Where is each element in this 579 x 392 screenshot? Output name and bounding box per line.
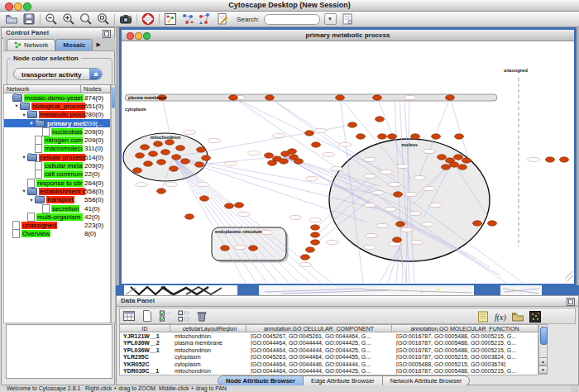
table-scroll-down-button[interactable]: ▼: [538, 366, 548, 374]
table-cell[interactable]: [GO:0044464, GO:0044444, GO:0044425, G..…: [247, 347, 393, 353]
table-row[interactable]: YPL036W__1mitochondrion[GO:0044464, GO:0…: [120, 347, 538, 354]
graph-node[interactable]: [136, 153, 145, 158]
graph-node[interactable]: [141, 145, 150, 150]
column-header[interactable]: _cellularLayoutRegion: [170, 324, 246, 332]
graph-node[interactable]: [249, 246, 258, 251]
graph-node[interactable]: [221, 246, 230, 251]
tree-row-establishment-of-lo[interactable]: ▼establishment of lo558(0): [4, 187, 110, 195]
table-row[interactable]: YLR295Ccytoplasm[GO:0045263, GO:0044464,…: [120, 354, 538, 361]
birds-eye-view[interactable]: [6, 324, 112, 379]
graph-node[interactable]: [376, 117, 385, 122]
table-cell[interactable]: [GO:0016787, GO:0005215, GO:0003824, G..…: [393, 354, 538, 360]
graph-node[interactable]: [165, 140, 175, 145]
table-icon[interactable]: [122, 309, 136, 323]
graph-node[interactable]: [356, 134, 366, 139]
network-window-titlebar[interactable]: primary metabolic process: [122, 30, 574, 41]
graph-node[interactable]: [394, 192, 403, 197]
tree-row-unassigned[interactable]: unassigned223(0): [4, 221, 110, 229]
graph-node[interactable]: [446, 95, 455, 100]
tree-scrollbar-thumb[interactable]: [112, 87, 115, 108]
table-cell[interactable]: mitochondrion: [171, 347, 247, 353]
table-cell[interactable]: YKR052C: [120, 361, 171, 367]
graph-node[interactable]: [306, 247, 315, 252]
select-attributes-icon[interactable]: [159, 309, 172, 323]
graph-node[interactable]: [202, 155, 211, 160]
table-scroll-up-button[interactable]: ▲: [538, 357, 548, 366]
graph-node[interactable]: [225, 203, 234, 208]
graph-node[interactable]: [133, 168, 142, 173]
layout-one-icon[interactable]: [181, 12, 194, 26]
tree-row-multi-organism-pro[interactable]: multi-organism pro42(0): [4, 213, 110, 221]
graph-node[interactable]: [473, 221, 482, 226]
graph-node[interactable]: [149, 151, 158, 156]
table-cell[interactable]: cytoplasm: [171, 354, 247, 360]
graph-node[interactable]: [373, 95, 382, 100]
expander-icon[interactable]: ▼: [28, 198, 35, 203]
network-canvas[interactable]: plasma membranecytoplasmmitochondrionnuc…: [122, 41, 574, 284]
table-row[interactable]: YJR121W__1mitochondrion[GO:0045267, GO:0…: [120, 332, 538, 340]
search-input[interactable]: [264, 14, 320, 25]
table-cell[interactable]: [GO:0016787, GO:0005488, GO:0005215, G..…: [393, 368, 538, 374]
graph-node[interactable]: [200, 196, 209, 201]
notes-icon[interactable]: [476, 310, 490, 323]
import-attributes-icon[interactable]: [511, 310, 524, 323]
float-panel-icon[interactable]: [103, 30, 111, 38]
graph-node[interactable]: [294, 159, 304, 164]
graph-node[interactable]: [157, 160, 166, 165]
graph-node[interactable]: [393, 237, 402, 242]
column-header[interactable]: annotation.GO MOLECULAR_FUNCTION: [392, 324, 538, 332]
graph-node[interactable]: [396, 222, 405, 227]
table-cell[interactable]: [GO:0044464, GO:0044446, GO:0044444, G..…: [247, 361, 393, 367]
table-cell[interactable]: YPL036W__1: [120, 347, 171, 353]
graph-node[interactable]: [144, 161, 153, 166]
graph-node[interactable]: [195, 162, 204, 167]
zoom-selected-icon[interactable]: [97, 12, 110, 26]
table-row[interactable]: YKR052Ccytoplasm[GO:0044464, GO:0044446,…: [120, 361, 538, 368]
graph-node[interactable]: [266, 95, 275, 100]
graph-node[interactable]: [455, 134, 464, 139]
layout-two-icon[interactable]: [199, 12, 212, 26]
graph-node[interactable]: [197, 147, 206, 152]
zoom-fit-icon[interactable]: [79, 12, 93, 26]
region-plasma-membrane[interactable]: [125, 94, 497, 101]
graph-node[interactable]: [235, 203, 244, 208]
node-color-combobox[interactable]: transporter activity: [13, 68, 103, 80]
tab-overflow-arrow[interactable]: ▶: [96, 39, 100, 50]
resize-grip[interactable]: [571, 385, 578, 392]
canvas-resize-grip[interactable]: [567, 275, 573, 281]
graph-node[interactable]: [161, 150, 170, 155]
expander-icon[interactable]: ▼: [21, 112, 27, 117]
tree-row-cell-communicat[interactable]: cell communicat22(0): [4, 170, 110, 179]
graph-node[interactable]: [311, 225, 320, 230]
tree-row-primary-metabo[interactable]: ▼primary metabo209(...: [4, 119, 110, 127]
main-titlebar[interactable]: Cytoscape Desktop (New Session): [0, 0, 579, 12]
graph-node[interactable]: [280, 159, 289, 164]
table-cell[interactable]: mitochondrion: [171, 333, 247, 339]
table-cell[interactable]: cytoplasm: [171, 361, 247, 367]
table-cell[interactable]: mitochondrion: [171, 368, 247, 374]
expander-icon[interactable]: ▼: [28, 121, 35, 126]
table-row[interactable]: YPL036W__2plasma membrane[GO:0044464, GO…: [120, 340, 538, 347]
graph-node[interactable]: [157, 189, 166, 194]
table-cell[interactable]: [GO:0045263, GO:0044464, GO:0044455, G..…: [247, 354, 393, 360]
graph-node[interactable]: [458, 165, 467, 170]
search-dropdown-button[interactable]: ▼: [324, 13, 337, 25]
graph-node[interactable]: [378, 134, 387, 139]
column-header[interactable]: annotation.GO CELLULAR_COMPONENT: [246, 324, 392, 332]
tree-row-metabolic-process[interactable]: ▼metabolic process280(0): [4, 111, 110, 119]
matrix-icon[interactable]: [529, 310, 542, 323]
graph-node[interactable]: [432, 134, 441, 139]
vizmapper-icon[interactable]: [141, 12, 155, 26]
graph-node[interactable]: [450, 162, 459, 167]
snapshot-icon[interactable]: [119, 12, 132, 26]
graph-node[interactable]: [265, 153, 274, 158]
function-builder-icon[interactable]: f(x): [494, 310, 507, 323]
expander-icon[interactable]: ▼: [21, 155, 27, 160]
table-cell[interactable]: [GO:0045267, GO:0045261, GO:0044464, G..…: [247, 333, 393, 339]
table-cell[interactable]: YPL036W__2: [120, 340, 171, 346]
float-panel-icon[interactable]: [567, 298, 575, 306]
edit-search-icon[interactable]: [341, 12, 354, 26]
annotation-icon[interactable]: [216, 12, 229, 26]
graph-node[interactable]: [442, 165, 451, 170]
table-cell[interactable]: [GO:0016787, GO:0005488, GO:0005215, G..…: [393, 333, 538, 339]
